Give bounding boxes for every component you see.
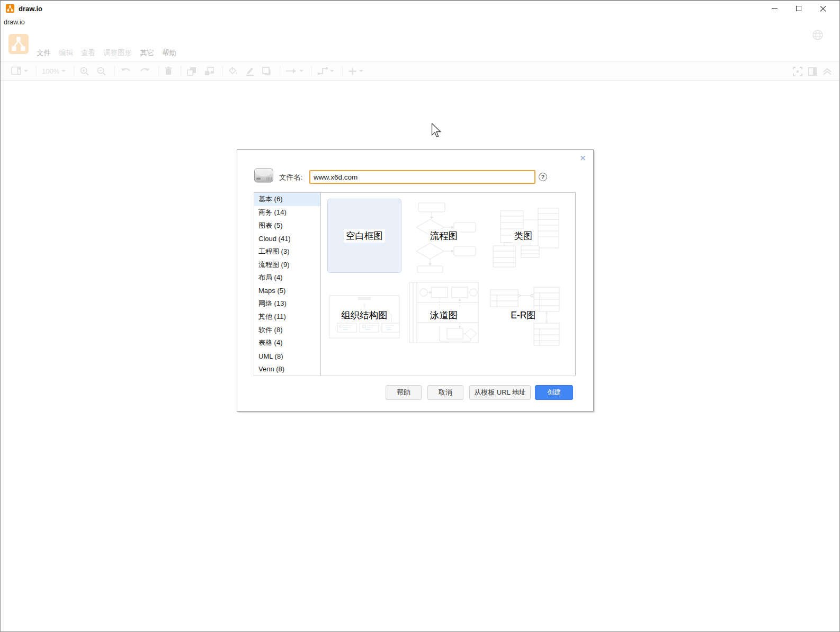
close-button[interactable] [811,1,835,16]
template-org-chart[interactable]: 组织结构图 [327,278,401,352]
category-item-other[interactable]: 其他 (11) [254,310,320,324]
zoom-in-button[interactable] [79,66,90,76]
app-window: draw.io draw.io 文件 编辑 查看 调整图形 其它 帮助 [0,0,840,632]
template-class-diagram[interactable]: 类图 [486,199,560,273]
chevron-down-icon [61,70,66,72]
menu-file[interactable]: 文件 [37,48,51,58]
template-panel: 基本 (6) 商务 (14) 图表 (5) Cloud (41) 工程图 (3)… [254,192,576,376]
help-icon[interactable]: ? [539,173,547,181]
cancel-button[interactable]: 取消 [427,385,463,400]
chevron-down-icon [24,70,28,72]
waypoint-style-dropdown[interactable] [317,67,334,75]
template-grid: 空白框图 [321,193,575,376]
category-item-basic[interactable]: 基本 (6) [254,193,320,206]
template-swimlane[interactable]: 泳道图 [407,278,481,352]
filename-input[interactable] [309,170,535,184]
category-item-layout[interactable]: 布局 (4) [254,271,320,284]
connection-style-dropdown[interactable] [285,68,303,74]
template-er-diagram[interactable]: E-R图 [486,278,560,352]
to-front-button[interactable] [186,66,197,76]
from-template-url-button[interactable]: 从模板 URL 地址 [469,385,531,400]
menu-extras[interactable]: 其它 [140,48,154,58]
delete-button[interactable] [164,66,173,76]
hard-drive-icon [254,166,274,184]
menubar-app-menu[interactable]: draw.io [4,19,25,26]
maximize-icon [796,6,801,11]
minimize-icon [772,8,778,9]
line-color-button[interactable] [245,66,255,76]
menu-view[interactable]: 查看 [81,48,95,58]
category-item-business[interactable]: 商务 (14) [254,206,320,219]
chevron-down-icon [330,70,334,72]
zoom-out-button[interactable] [96,66,106,76]
chevron-down-icon [359,70,363,72]
menu-edit[interactable]: 编辑 [59,48,73,58]
app-menubar: draw.io [1,16,839,28]
help-button[interactable]: 帮助 [386,385,422,400]
to-back-button[interactable] [204,66,215,76]
maximize-button[interactable] [787,1,811,16]
collapse-toolbar-button[interactable] [823,67,832,76]
menu-bar: 文件 编辑 查看 调整图形 其它 帮助 [37,48,176,58]
template-blank-diagram[interactable]: 空白框图 [327,199,401,273]
category-item-cloud[interactable]: Cloud (41) [254,232,320,245]
category-item-charts[interactable]: 图表 (5) [254,219,320,232]
diagram-outline-dropdown[interactable] [11,66,28,76]
dialog-close-icon[interactable]: ✕ [580,154,586,162]
category-item-maps[interactable]: Maps (5) [254,284,320,297]
shadow-button[interactable] [262,66,272,76]
insert-dropdown[interactable] [348,67,363,76]
menu-help[interactable]: 帮助 [162,48,176,58]
app-header: 文件 编辑 查看 调整图形 其它 帮助 [1,28,839,61]
format-panel-button[interactable] [808,67,817,76]
fill-color-button[interactable] [228,66,238,76]
category-item-venn[interactable]: Venn (8) [254,362,320,376]
template-flowchart[interactable]: 流程图 [407,199,481,273]
app-logo-icon [6,4,14,13]
category-item-engineering[interactable]: 工程图 (3) [254,245,320,259]
fullscreen-button[interactable] [793,67,802,76]
menu-arrange[interactable]: 调整图形 [103,48,132,58]
category-item-uml[interactable]: UML (8) [254,350,320,363]
category-list: 基本 (6) 商务 (14) 图表 (5) Cloud (41) 工程图 (3)… [254,193,321,376]
titlebar: draw.io [1,1,839,16]
new-file-dialog: ✕ 文件名: ? 基本 (6) 商务 (14) 图表 (5) Cloud (41… [237,149,594,412]
category-item-software[interactable]: 软件 (8) [254,323,320,336]
language-globe-icon[interactable] [812,29,824,41]
category-item-tables[interactable]: 表格 (4) [254,336,320,350]
undo-button[interactable] [120,67,132,75]
toolbar: 100% [1,61,839,81]
filename-label: 文件名: [279,173,302,182]
minimize-button[interactable] [762,1,787,16]
zoom-level-dropdown[interactable]: 100% [42,67,66,75]
chevron-down-icon [299,70,303,72]
window-title: draw.io [19,5,42,13]
category-item-network[interactable]: 网络 (13) [254,297,320,310]
category-item-flowcharts[interactable]: 流程图 (9) [254,258,320,271]
close-icon [820,5,826,12]
drawio-logo-icon [8,34,29,54]
create-button[interactable]: 创建 [535,385,573,400]
redo-button[interactable] [139,67,150,75]
